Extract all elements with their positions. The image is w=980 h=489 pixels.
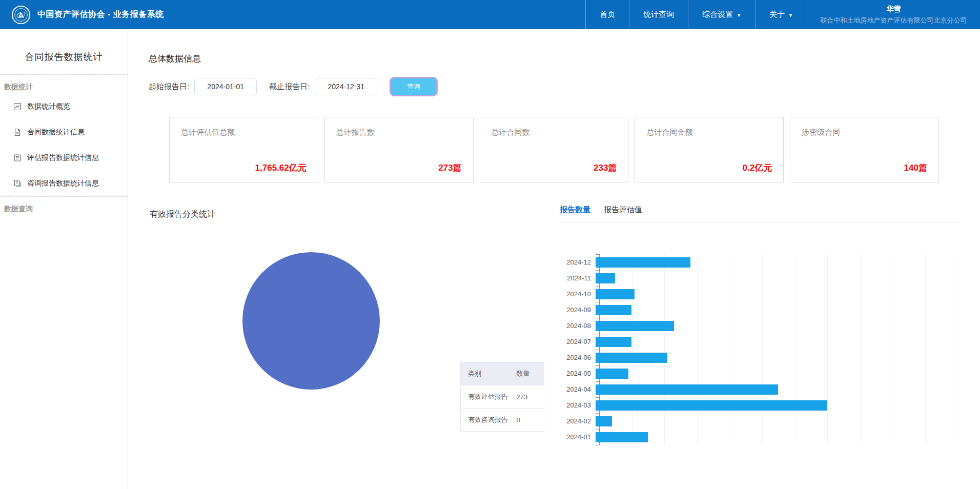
top-navbar: A 中国资产评估协会 - 业务报备系统 首页统计查询综合设置▼关于▼ 华雪 联合… (0, 0, 980, 29)
legend-row: 有效咨询报告0 (461, 409, 544, 432)
bar-row: 2024-11 (560, 270, 959, 286)
caret-down-icon: ▼ (737, 13, 741, 18)
page-title: 总体数据信息 (149, 29, 959, 65)
sidebar-item-4[interactable]: 咨询报告数据统计信息 (0, 171, 128, 196)
query-button[interactable]: 查询 (390, 77, 438, 96)
sidebar-item-2[interactable]: 合同数据统计信息 (0, 119, 128, 145)
consult-doc-icon (13, 179, 22, 188)
bar-track (596, 369, 959, 379)
bar-category-label: 2024-08 (560, 322, 596, 330)
bar (596, 369, 628, 379)
user-company: 联合中和土地房地产资产评估有限公司北京分公司 (821, 16, 967, 25)
bar-chart: 2024-122024-112024-102024-092024-082024-… (560, 254, 959, 445)
legend-cell: 273 (514, 385, 544, 409)
legend-row: 有效评估报告273 (461, 385, 544, 409)
main-content: 总体数据信息 起始报告日: 截止报告日: 查询 总计评估值总额1,765.62亿… (128, 29, 980, 489)
bar-category-label: 2024-06 (560, 354, 596, 361)
axis-tick (596, 318, 599, 318)
stat-cards: 总计评估值总额1,765.62亿元总计报告数273篇总计合同数233篇总计合同金… (169, 117, 939, 182)
legend-header-cell: 类别 (461, 362, 514, 385)
bar (596, 400, 827, 411)
nav-item-3[interactable]: 综合设置▼ (688, 0, 755, 29)
app-title: 中国资产评估协会 - 业务报备系统 (37, 9, 164, 20)
sidebar-item-label: 评估报告数据统计信息 (27, 153, 99, 162)
bar-track (596, 384, 959, 395)
bar-row: 2024-10 (560, 286, 959, 302)
axis-tick (596, 381, 599, 382)
bar (596, 337, 631, 347)
app-logo-icon: A (11, 5, 31, 25)
bar-track (596, 416, 959, 426)
stat-card-value: 1,765.62亿元 (255, 162, 307, 174)
sidebar-section-label: 数据统计 (0, 75, 128, 94)
bar-track (596, 273, 959, 283)
bar-category-label: 2024-02 (560, 417, 596, 425)
nav-item-label: 关于 (769, 10, 785, 19)
bar-track (596, 321, 959, 331)
bar-track (596, 257, 959, 268)
filter-row: 起始报告日: 截止报告日: 查询 (149, 77, 959, 96)
axis-tick (596, 334, 599, 334)
bar (596, 305, 631, 315)
charts-section: 有效报告分类统计 类别数量有效评估报告273有效咨询报告0 报告数量报告评估值 … (149, 203, 959, 480)
bar-category-label: 2024-09 (560, 306, 596, 314)
main-nav: 首页统计查询综合设置▼关于▼ (585, 0, 807, 29)
stat-card-title: 总计报告数 (336, 128, 462, 137)
bar (596, 321, 674, 331)
nav-item-2[interactable]: 统计查询 (629, 0, 688, 29)
axis-tick (596, 302, 599, 302)
bar-row: 2024-09 (560, 302, 959, 318)
stat-card-1: 总计评估值总额1,765.62亿元 (169, 117, 318, 182)
stat-card-5: 涉密级合同140篇 (790, 117, 939, 182)
tab-1[interactable]: 报告数量 (560, 205, 590, 215)
bar (596, 353, 667, 363)
stat-card-title: 总计合同数 (492, 128, 617, 137)
end-date-label: 截止报告日: (269, 82, 310, 92)
bar-row: 2024-04 (560, 381, 959, 397)
bar (596, 257, 690, 268)
axis-tick (596, 270, 599, 271)
sidebar-item-label: 数据统计概览 (27, 102, 70, 111)
legend-header-cell: 数量 (514, 362, 544, 385)
bar-row: 2024-06 (560, 350, 959, 365)
caret-down-icon: ▼ (788, 13, 793, 18)
bar (596, 273, 615, 283)
bar-category-label: 2024-11 (560, 274, 596, 282)
stat-card-value: 233篇 (594, 162, 617, 174)
start-date-label: 起始报告日: (149, 82, 189, 92)
tab-2[interactable]: 报告评估值 (604, 205, 642, 215)
stat-card-2: 总计报告数273篇 (324, 117, 474, 182)
bar-row: 2024-05 (560, 365, 959, 381)
pie-legend-table: 类别数量有效评估报告273有效咨询报告0 (460, 362, 544, 432)
bar-chart-axis-line (599, 254, 600, 445)
axis-tick (596, 429, 599, 430)
pie-chart (242, 252, 380, 390)
nav-item-label: 综合设置 (702, 10, 733, 19)
bar-track (596, 289, 959, 299)
legend-header-row: 类别数量 (461, 362, 544, 385)
legend-cell: 有效咨询报告 (461, 409, 514, 432)
stat-card-value: 273篇 (438, 162, 461, 174)
axis-tick (596, 397, 599, 398)
chart-tabs: 报告数量报告评估值 (560, 205, 959, 222)
start-date-input[interactable] (194, 78, 257, 95)
nav-item-label: 统计查询 (643, 10, 674, 19)
stat-card-4: 总计合同金额0.2亿元 (635, 117, 784, 182)
bar-category-label: 2024-04 (560, 385, 596, 393)
nav-item-1[interactable]: 首页 (585, 0, 629, 29)
bar-row: 2024-02 (560, 413, 959, 429)
bar-track (596, 305, 959, 315)
sidebar-item-3[interactable]: 评估报告数据统计信息 (0, 145, 128, 171)
bar-category-label: 2024-05 (560, 370, 596, 377)
axis-tick (596, 365, 599, 366)
end-date-input[interactable] (315, 78, 377, 95)
brand: A 中国资产评估协会 - 业务报备系统 (11, 0, 164, 29)
stat-card-value: 140篇 (904, 162, 927, 174)
nav-item-4[interactable]: 关于▼ (755, 0, 807, 29)
stat-card-value: 0.2亿元 (743, 162, 772, 174)
report-doc-icon (13, 154, 22, 162)
user-menu[interactable]: 华雪 联合中和土地房地产资产评估有限公司北京分公司 (807, 0, 980, 29)
bar-row: 2024-01 (560, 429, 959, 445)
legend-cell: 有效评估报告 (461, 385, 514, 409)
sidebar-item-1[interactable]: 数据统计概览 (0, 94, 128, 119)
